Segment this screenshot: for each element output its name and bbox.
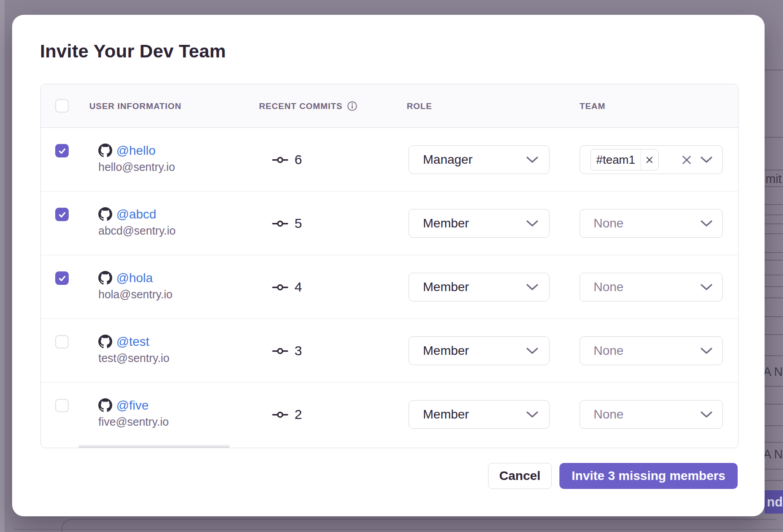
github-username-link[interactable]: @abcd <box>116 207 156 222</box>
role-select[interactable]: Member <box>409 209 550 238</box>
chevron-down-icon <box>700 411 713 418</box>
git-commit-icon <box>272 282 289 293</box>
cancel-button[interactable]: Cancel <box>488 463 552 489</box>
background-row-line <box>765 275 783 275</box>
recent-commits-cell: 6 <box>272 128 302 192</box>
row-checkbox[interactable] <box>55 399 69 412</box>
background-row-line <box>765 70 783 70</box>
team-clear-icon[interactable] <box>682 155 692 165</box>
info-icon[interactable] <box>347 101 357 111</box>
table-row: @abcd abcd@sentry.io 5 Member None <box>41 192 738 255</box>
background-page-edge <box>0 0 4 532</box>
git-commit-icon <box>272 345 289 357</box>
background-button-fragment: nd <box>765 490 783 514</box>
check-icon <box>58 274 66 283</box>
team-select[interactable]: None <box>580 209 723 238</box>
table-row: @hello hello@sentry.io 6 Manager #team1 <box>41 128 738 192</box>
background-text-fragment: mit <box>765 172 782 186</box>
team-select-placeholder: None <box>590 344 700 358</box>
row-checkbox[interactable] <box>55 208 69 221</box>
github-username-link[interactable]: @test <box>116 335 150 349</box>
select-all-checkbox[interactable] <box>55 99 69 113</box>
column-header-user-information: USER INFORMATION <box>89 84 181 128</box>
team-select[interactable]: None <box>580 400 723 429</box>
background-row-line <box>765 214 783 215</box>
git-commit-icon <box>272 154 289 166</box>
background-row-line <box>765 137 783 138</box>
recent-commits-cell: 3 <box>272 319 302 383</box>
background-row-line <box>765 316 783 317</box>
team-select-placeholder: None <box>590 280 700 294</box>
github-icon <box>98 144 112 157</box>
background-row-line <box>765 355 783 356</box>
role-select-value: Member <box>423 280 526 294</box>
column-header-role: ROLE <box>407 84 432 128</box>
check-icon <box>58 147 66 155</box>
table-row: @hola hola@sentry.io 4 Member None <box>41 255 738 319</box>
chevron-down-icon <box>700 283 713 291</box>
row-checkbox[interactable] <box>55 144 69 157</box>
row-checkbox[interactable] <box>55 335 69 349</box>
user-info-cell: @hola hola@sentry.io <box>98 270 172 301</box>
user-info-cell: @abcd abcd@sentry.io <box>98 206 176 237</box>
background-row-line <box>765 233 783 234</box>
github-username-link[interactable]: @five <box>116 398 149 413</box>
team-select[interactable]: None <box>580 336 723 365</box>
background-row-line <box>765 170 783 170</box>
role-select-value: Member <box>423 216 526 231</box>
user-info-cell: @five five@sentry.io <box>98 397 169 428</box>
background-row-line <box>765 480 783 481</box>
chevron-down-icon <box>700 156 713 163</box>
chevron-down-icon <box>700 347 713 354</box>
background-row-line <box>765 442 783 443</box>
commit-count: 6 <box>295 152 302 167</box>
invite-missing-members-button[interactable]: Invite 3 missing members <box>559 463 738 489</box>
chevron-down-icon <box>526 220 538 227</box>
background-panel-bottom-edge <box>13 529 783 530</box>
background-text-fragment: A Nc <box>763 365 783 379</box>
row-checkbox[interactable] <box>55 271 69 285</box>
background-row-line <box>765 204 783 205</box>
git-commit-icon <box>272 409 289 420</box>
invite-dev-team-modal: Invite Your Dev Team USER INFORMATION RE… <box>12 15 765 516</box>
github-username-link[interactable]: @hello <box>116 144 156 158</box>
column-header-team: TEAM <box>580 84 605 128</box>
background-panel-outline <box>62 519 776 532</box>
role-select[interactable]: Member <box>409 273 550 301</box>
role-select-value: Manager <box>423 153 526 167</box>
role-select[interactable]: Member <box>409 336 550 365</box>
background-row-line <box>765 186 783 187</box>
team-select-placeholder: None <box>590 216 700 231</box>
chevron-down-icon <box>526 283 538 291</box>
background-row-line <box>765 223 783 224</box>
github-icon <box>98 335 112 349</box>
role-select[interactable]: Manager <box>409 145 550 174</box>
commit-count: 5 <box>295 216 302 231</box>
team-chip: #team1 <box>590 149 659 170</box>
table-row: @test test@sentry.io 3 Member None <box>41 319 738 383</box>
recent-commits-cell: 4 <box>272 255 302 319</box>
user-email: test@sentry.io <box>98 352 169 365</box>
recent-commits-cell: 5 <box>272 192 302 255</box>
user-info-cell: @test test@sentry.io <box>98 334 169 365</box>
background-row-line <box>765 469 783 470</box>
chevron-down-icon <box>700 220 713 227</box>
github-username-link[interactable]: @hola <box>116 271 153 285</box>
role-select-value: Member <box>423 344 526 358</box>
background-text-fragment: A Nc <box>763 448 783 462</box>
background-row-line <box>765 334 783 335</box>
git-commit-icon <box>272 218 289 229</box>
user-email: abcd@sentry.io <box>98 224 176 237</box>
github-icon <box>98 271 112 285</box>
user-email: five@sentry.io <box>98 415 169 428</box>
team-chip-label: #team1 <box>591 153 641 167</box>
github-icon <box>98 398 112 412</box>
team-select[interactable]: None <box>580 273 723 301</box>
modal-title: Invite Your Dev Team <box>40 41 226 62</box>
column-header-recent-commits: RECENT COMMITS <box>259 84 357 128</box>
team-select[interactable]: #team1 <box>580 145 723 174</box>
background-row-line <box>765 425 783 426</box>
role-select[interactable]: Member <box>409 400 550 429</box>
team-chip-remove-icon[interactable] <box>641 149 658 170</box>
column-header-recent-commits-label: RECENT COMMITS <box>259 101 343 111</box>
